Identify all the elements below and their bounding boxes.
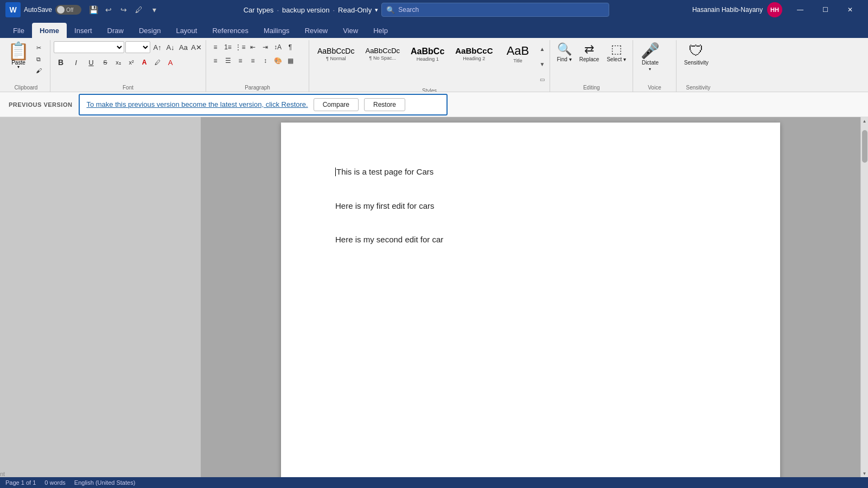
format-painter-button[interactable]: 🖌 — [33, 65, 44, 76]
copy-button[interactable]: ⧉ — [33, 54, 44, 65]
ribbon-group-editing: 🔍 Find ▾ ⇄ Replace ⬚ Select ▾ Editing — [550, 40, 633, 92]
tab-review[interactable]: Review — [297, 23, 336, 38]
previous-version-message[interactable]: To make this previous version become the… — [86, 100, 308, 108]
autosave-settings-icon[interactable]: 🖊 — [132, 3, 145, 16]
justify-btn[interactable]: ≡ — [247, 55, 259, 67]
paste-side: ✂ ⧉ 🖌 — [33, 41, 44, 76]
decrease-indent-btn[interactable]: ⇤ — [247, 41, 259, 53]
superscript-btn[interactable]: x² — [125, 56, 137, 68]
tab-references[interactable]: References — [205, 23, 256, 38]
doc-title: Car types — [244, 6, 274, 14]
style-heading2[interactable]: AaBbCcC Heading 2 — [450, 43, 497, 64]
replace-icon: ⇄ — [584, 43, 594, 55]
font-family-select[interactable] — [54, 41, 124, 53]
customize-icon[interactable]: ▾ — [148, 3, 161, 16]
paste-button[interactable]: 📋 Paste ▾ — [5, 41, 31, 70]
autosave-toggle[interactable]: Off — [55, 5, 81, 15]
bold-button[interactable]: B — [54, 55, 68, 69]
multilevel-list-btn[interactable]: ⋮≡ — [234, 41, 246, 53]
doc-line-3: Here is my second edit for car — [335, 234, 737, 246]
increase-indent-btn[interactable]: ⇥ — [259, 41, 271, 53]
tab-file[interactable]: File — [5, 23, 32, 38]
text-effects-btn[interactable]: A — [138, 56, 150, 68]
scroll-thumb[interactable] — [862, 130, 867, 163]
style-title[interactable]: AaB Title — [499, 41, 537, 66]
style-h2-name: Heading 2 — [463, 56, 485, 61]
tab-mailings[interactable]: Mailings — [256, 23, 297, 38]
search-icon: 🔍 — [386, 6, 395, 14]
tab-design[interactable]: Design — [131, 23, 168, 38]
find-button[interactable]: 🔍 Find ▾ — [553, 41, 575, 65]
styles-scroll-down[interactable]: ▼ — [538, 56, 546, 72]
user-avatar[interactable]: HH — [767, 2, 782, 17]
align-right-btn[interactable]: ≡ — [234, 55, 246, 67]
underline-button[interactable]: U — [84, 55, 98, 69]
tab-home[interactable]: Home — [32, 23, 67, 38]
sensitivity-button[interactable]: 🛡 Sensitivity — [680, 41, 713, 68]
align-center-btn[interactable]: ☰ — [222, 55, 234, 67]
text-highlight-btn[interactable]: 🖊 — [151, 56, 163, 68]
tab-help[interactable]: Help — [366, 23, 395, 38]
select-label: Select ▾ — [607, 56, 626, 62]
minimize-button[interactable]: — — [788, 0, 813, 20]
redo-icon[interactable]: ↪ — [117, 3, 130, 16]
dictate-arrow: ▾ — [649, 67, 651, 72]
shading-btn[interactable]: 🎨 — [272, 55, 284, 67]
styles-content: AaBbCcDc ¶ Normal AaBbCcDc ¶ No Spac... … — [312, 41, 546, 87]
maximize-button[interactable]: ☐ — [813, 0, 838, 20]
tab-view[interactable]: View — [335, 23, 366, 38]
styles-more[interactable]: ▭ — [538, 72, 546, 87]
sort-btn[interactable]: ↕A — [272, 41, 284, 53]
change-case-btn[interactable]: Aa — [177, 41, 189, 53]
italic-button[interactable]: I — [69, 55, 83, 69]
font-decrease-btn[interactable]: A↓ — [164, 41, 176, 53]
borders-btn[interactable]: ▦ — [284, 55, 296, 67]
voice-content: 🎤 Dictate ▾ — [636, 41, 673, 84]
scroll-up-button[interactable]: ▲ — [861, 117, 869, 125]
ribbon: 📋 Paste ▾ ✂ ⧉ 🖌 Clipboard A↑ A↓ Aa — [0, 38, 868, 92]
window-controls: — ☐ ✕ — [788, 0, 863, 20]
font-color-btn[interactable]: A — [164, 56, 176, 68]
font-size-select[interactable] — [125, 41, 150, 53]
style-nospace[interactable]: AaBbCcDc ¶ No Spac... — [360, 44, 405, 63]
select-button[interactable]: ⬚ Select ▾ — [603, 41, 629, 65]
font-row-1: A↑ A↓ Aa A✕ — [54, 41, 202, 53]
save-icon[interactable]: 💾 — [87, 3, 100, 16]
dictate-button[interactable]: 🎤 Dictate ▾ — [636, 41, 664, 74]
cut-button[interactable]: ✂ — [33, 42, 44, 53]
document-canvas[interactable]: This is a test page for Cars Here is my … — [201, 117, 860, 477]
style-h1-preview: AaBbCc — [411, 46, 444, 56]
show-formatting-btn[interactable]: ¶ — [284, 41, 296, 53]
clear-format-btn[interactable]: A✕ — [190, 41, 202, 53]
styles-scroll-up[interactable]: ▲ — [538, 41, 546, 56]
editing-label: Editing — [553, 84, 629, 92]
bullet-list-btn[interactable]: ≡ — [209, 41, 221, 53]
tab-draw[interactable]: Draw — [100, 23, 131, 38]
undo-icon[interactable]: ↩ — [102, 3, 115, 16]
vertical-scrollbar[interactable]: ▲ ▼ — [860, 117, 868, 477]
tab-insert[interactable]: Insert — [67, 23, 100, 38]
compare-button[interactable]: Compare — [314, 98, 359, 111]
tab-layout[interactable]: Layout — [168, 23, 205, 38]
doc-separator2: · — [333, 6, 335, 14]
style-heading1[interactable]: AaBbCc Heading 1 — [406, 43, 449, 65]
select-icon: ⬚ — [611, 43, 622, 55]
number-list-btn[interactable]: 1≡ — [222, 41, 234, 53]
title-bar: W AutoSave Off 💾 ↩ ↪ 🖊 ▾ Car types · bac… — [0, 0, 868, 20]
editing-content: 🔍 Find ▾ ⇄ Replace ⬚ Select ▾ — [553, 41, 629, 84]
close-button[interactable]: ✕ — [838, 0, 863, 20]
scroll-down-button[interactable]: ▼ — [861, 470, 869, 477]
align-left-btn[interactable]: ≡ — [209, 55, 221, 67]
dictate-label: Dictate — [642, 60, 659, 66]
styles-label: Styles — [312, 87, 546, 92]
font-increase-btn[interactable]: A↑ — [151, 41, 163, 53]
restore-button[interactable]: Restore — [364, 98, 405, 111]
subscript-btn[interactable]: x₂ — [112, 56, 124, 68]
autosave-state: Off — [66, 7, 73, 13]
replace-button[interactable]: ⇄ Replace — [576, 41, 603, 65]
style-normal[interactable]: AaBbCcDc ¶ Normal — [312, 44, 359, 64]
autosave-area: AutoSave Off — [24, 5, 81, 15]
strikethrough-btn[interactable]: S — [99, 56, 111, 68]
line-spacing-btn[interactable]: ↕ — [259, 55, 271, 67]
title-search-box[interactable]: 🔍 Search — [381, 3, 609, 17]
